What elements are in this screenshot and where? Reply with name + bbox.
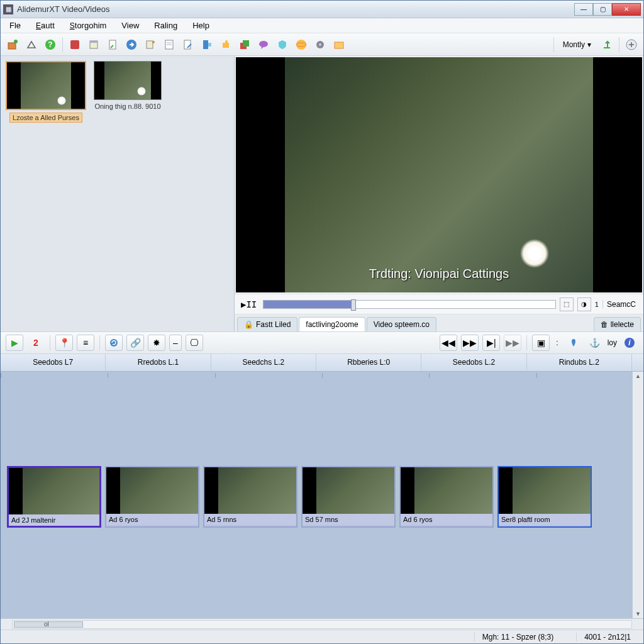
link-button[interactable]: 🔗 [126, 335, 144, 351]
player-side-label: SeamcC [602, 300, 640, 309]
minimize-button[interactable]: — [574, 3, 593, 16]
tool-folder-icon[interactable] [331, 36, 347, 53]
tool-edit-icon[interactable] [180, 36, 196, 53]
skip-button[interactable]: ▶▶ [504, 335, 521, 351]
refresh-button[interactable] [105, 335, 123, 351]
player-opt-1-button[interactable]: ⬚ [560, 297, 574, 311]
timeline-column[interactable]: Seedobs L.2 [421, 354, 526, 371]
tool-stack-icon[interactable] [236, 36, 253, 53]
tool-puzzle-icon[interactable] [218, 36, 234, 53]
library-item[interactable]: Lzoste a Alled Purses [6, 61, 86, 123]
tool-cut-icon[interactable] [142, 36, 158, 53]
menu-edit[interactable]: EEauttautt [32, 19, 58, 31]
tool-red-1-icon[interactable] [67, 36, 83, 53]
svg-rect-18 [243, 40, 249, 47]
player-opt-2-button[interactable]: ◑ [577, 297, 591, 311]
pin-button[interactable]: 📍 [55, 335, 73, 351]
timeline-clip[interactable]: Ad 2J maltenir [7, 466, 101, 528]
tab-fast[interactable]: 🔒Fastt Liled [237, 317, 297, 331]
anchor-button[interactable]: ⚓ [586, 335, 604, 351]
timeline-clip[interactable]: Ad 6 ryos [399, 466, 494, 528]
trash-icon: 🗑 [601, 320, 608, 329]
clip-label: Ser8 plaftl room [499, 514, 591, 525]
video-preview[interactable]: Trdting: Vionipai Cattings [236, 57, 642, 292]
svg-rect-6 [90, 41, 97, 43]
main-toolbar: ? Montly ▾ [1, 33, 643, 56]
player-controls: ▶II ⬚ ◑ 1 SeamcC [235, 294, 643, 314]
clip-label: Ad 6 ryos [106, 514, 198, 525]
tool-arrow-icon[interactable] [123, 36, 140, 53]
timeline-clip[interactable]: Sd 57 mns [301, 466, 396, 528]
minus-button[interactable]: – [169, 335, 182, 351]
screen-button[interactable]: 🖵 [186, 335, 203, 351]
clip-label: Ad 6 ryos [401, 514, 492, 525]
menu-help[interactable]: Help [189, 19, 213, 31]
play-timeline-button[interactable]: ▶ [6, 335, 23, 351]
tool-2-icon[interactable] [23, 36, 40, 53]
statusbar: Mgh: 11 - Spzer (8;3) 4001 - 2n12|1 [1, 630, 643, 643]
menu-story[interactable]: Storgohim [66, 19, 111, 31]
vertical-scrollbar[interactable] [632, 372, 643, 618]
tool-help-icon[interactable]: ? [42, 36, 58, 53]
timeline-column[interactable]: Rbberies L:0 [316, 354, 421, 371]
list-button[interactable]: ≡ [77, 335, 94, 351]
svg-rect-4 [70, 40, 79, 49]
player-counter: 1 [595, 301, 599, 308]
preview-caption: Trdting: Vionipai Cattings [369, 267, 509, 281]
fast-forward-button[interactable]: ▶▶ [461, 335, 479, 351]
tool-shield-icon[interactable] [274, 36, 291, 53]
view-mode-dropdown[interactable]: Montly ▾ [558, 39, 596, 50]
timeline-clip[interactable]: Ad 6 ryos [105, 466, 199, 528]
svg-point-10 [152, 41, 155, 43]
info-button[interactable]: i [621, 335, 638, 351]
tab-factliving[interactable]: factliving2oome [299, 317, 365, 331]
clip-label: Ad 2J maltenir [9, 514, 99, 526]
timeline-column[interactable]: Rredobs L.1 [106, 354, 211, 371]
status-left: Mgh: 11 - Spzer (8;3) [474, 633, 561, 641]
timeline-clip[interactable]: Ser8 plaftl room [497, 466, 592, 528]
close-button[interactable]: ✕ [612, 3, 641, 16]
tool-arrow2-icon[interactable] [599, 36, 615, 53]
svg-point-23 [319, 43, 321, 46]
menu-view[interactable]: View [118, 19, 143, 31]
tool-gear-icon[interactable] [312, 36, 328, 53]
rewind-button[interactable]: ◀◀ [440, 335, 457, 351]
tool-1-icon[interactable] [4, 36, 21, 53]
maximize-button[interactable]: ▢ [593, 3, 612, 16]
delete-tab-button[interactable]: 🗑llelecte [594, 317, 641, 331]
svg-rect-9 [147, 41, 153, 48]
timeline-body[interactable]: Ad 2J maltenir Ad 6 ryos Ad 5 rnns Sd 57… [1, 372, 643, 618]
tool-plus-icon[interactable] [623, 36, 640, 53]
menu-rating[interactable]: Raling [150, 19, 181, 31]
timeline-column[interactable]: Seedchs L.2 [211, 354, 316, 371]
snapshot-button[interactable]: ▣ [532, 335, 550, 351]
svg-text:?: ? [48, 40, 52, 49]
main-area: Lzoste a Alled Purses Oning thig n.88. 9… [1, 56, 643, 331]
timeline-column[interactable]: Rindubs L.2 [527, 354, 632, 371]
tool-globe-icon[interactable] [293, 36, 309, 53]
tool-blue-icon[interactable] [199, 36, 215, 53]
menu-file[interactable]: Fle [6, 19, 25, 31]
svg-rect-15 [203, 40, 208, 49]
preview-tabs: 🔒Fastt Liled factliving2oome Video sptee… [235, 314, 643, 331]
timeline-ticks [1, 372, 643, 379]
horizontal-scrollbar[interactable]: ol [1, 618, 643, 630]
marker-blue-button[interactable] [565, 335, 582, 351]
svg-rect-24 [335, 42, 343, 48]
titlebar: ▦ AlidemurXT Video/Videos — ▢ ✕ [1, 1, 643, 18]
tool-page-icon[interactable] [161, 36, 177, 53]
tool-chat-icon[interactable] [255, 36, 272, 53]
play-pause-button[interactable]: ▶II [238, 299, 259, 309]
marker-count: 2 [27, 335, 45, 351]
tab-video[interactable]: Video spteem.co [367, 317, 436, 331]
timeline-clip[interactable]: Ad 5 rnns [203, 466, 297, 528]
timeline-column[interactable]: Seedobs L7 [1, 354, 106, 371]
next-frame-button[interactable]: ▶| [482, 335, 500, 351]
timeline-toolbar: ▶ 2 📍 ≡ 🔗 ✸ – 🖵 ◀◀ ▶▶ ▶| ▶▶ ▣ : ⚓ loy i [1, 331, 643, 354]
timeline-area: Seedobs L7 Rredobs L.1 Seedchs L.2 Rbber… [1, 354, 643, 630]
seek-slider[interactable] [263, 300, 556, 309]
library-item[interactable]: Oning thig n.88. 9010 [94, 61, 162, 110]
tool-film-icon[interactable] [86, 36, 102, 53]
gear-button[interactable]: ✸ [148, 335, 165, 351]
tool-doc-icon[interactable] [104, 36, 121, 53]
